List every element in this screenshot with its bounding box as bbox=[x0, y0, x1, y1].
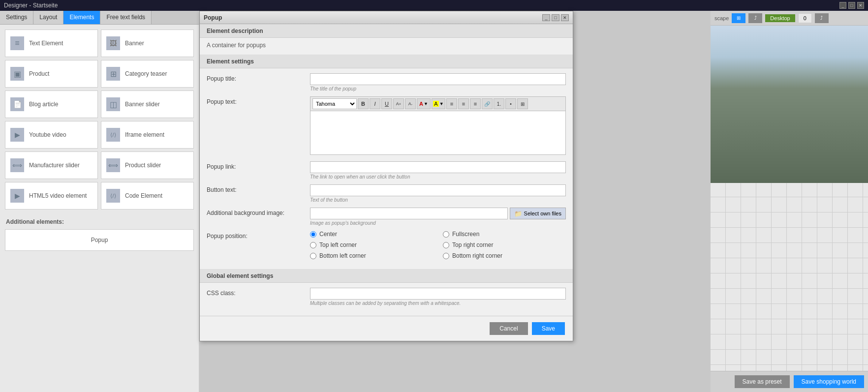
tab-free-text-fields[interactable]: Free text fields bbox=[100, 11, 152, 24]
css-class-field: Multiple classes can be added by separat… bbox=[310, 288, 566, 306]
element-item-blog-article[interactable]: Blog article bbox=[5, 90, 98, 118]
popup-link-field: The link to open when an user click the … bbox=[310, 161, 566, 180]
radio-bottom-right-label: Bottom right corner bbox=[452, 252, 502, 259]
popup-title-input[interactable] bbox=[310, 73, 566, 85]
radio-fullscreen-label: Fullscreen bbox=[452, 231, 479, 238]
cancel-button[interactable]: Cancel bbox=[490, 322, 527, 335]
youtube-icon bbox=[10, 128, 24, 142]
radio-fullscreen: Fullscreen bbox=[443, 231, 566, 238]
rte-font-select[interactable]: Tahoma bbox=[312, 98, 357, 109]
minimize-btn[interactable]: _ bbox=[839, 2, 846, 9]
element-label: Blog article bbox=[29, 101, 58, 108]
radio-center-input[interactable] bbox=[310, 231, 316, 238]
rte-font-color-btn[interactable]: A ▼ bbox=[417, 98, 431, 109]
maximize-btn[interactable]: □ bbox=[848, 2, 855, 9]
view-toggle-2[interactable]: ⤴ bbox=[748, 13, 762, 23]
select-files-label: Select own files bbox=[524, 211, 561, 216]
rte-superscript-btn[interactable]: A+ bbox=[393, 98, 404, 109]
popup-close-btn[interactable]: ✕ bbox=[561, 14, 569, 21]
popup-body: Element description A container for popu… bbox=[200, 24, 573, 316]
popup-dialog-title: Popup bbox=[204, 14, 222, 21]
radio-center-label: Center bbox=[319, 231, 337, 238]
popup-maximize-btn[interactable]: □ bbox=[552, 14, 559, 21]
save-button[interactable]: Save bbox=[532, 322, 565, 335]
text-icon bbox=[10, 36, 24, 50]
counter-badge: 0 bbox=[798, 13, 812, 23]
popup-link-label: Popup link: bbox=[207, 161, 305, 170]
element-item-popup[interactable]: Popup bbox=[5, 229, 194, 251]
rte-ordered-list-btn[interactable]: 1. bbox=[494, 98, 504, 109]
bg-image-label: Additional background image: bbox=[207, 208, 305, 216]
radio-center: Center bbox=[310, 231, 433, 238]
css-class-input[interactable] bbox=[310, 288, 566, 300]
radio-top-right: Top right corner bbox=[443, 241, 566, 248]
rte-italic-btn[interactable]: I bbox=[370, 98, 380, 109]
tab-elements[interactable]: Elements bbox=[63, 11, 100, 24]
banner-icon bbox=[106, 36, 120, 50]
popup-link-input[interactable] bbox=[310, 161, 566, 173]
title-bar: Designer - Startseite _ □ ✕ bbox=[0, 0, 868, 11]
css-class-label: CSS class: bbox=[207, 288, 305, 297]
link-icon-2: ⤴ bbox=[820, 15, 823, 21]
product-icon bbox=[10, 67, 24, 81]
button-text-row: Button text: Text of the button bbox=[207, 184, 566, 203]
close-btn[interactable]: ✕ bbox=[857, 2, 864, 9]
element-item-product[interactable]: Product bbox=[5, 60, 98, 88]
link-btn-2[interactable]: ⤴ bbox=[815, 13, 829, 23]
bottom-buttons: Save as preset Save shopping world bbox=[711, 371, 868, 392]
bg-image-input[interactable] bbox=[310, 208, 508, 219]
save-shopping-world-button[interactable]: Save shopping world bbox=[794, 375, 864, 388]
radio-top-left-input[interactable] bbox=[310, 242, 316, 248]
tab-settings[interactable]: Settings bbox=[0, 11, 33, 24]
rte-align-right-btn[interactable]: ≡ bbox=[470, 98, 481, 109]
escape-label: scape bbox=[714, 15, 729, 21]
element-item-youtube-video[interactable]: Youtube video bbox=[5, 121, 98, 149]
rte-highlight-color-btn[interactable]: A ▼ bbox=[432, 98, 445, 109]
element-item-iframe-element[interactable]: Iframe element bbox=[101, 121, 194, 149]
element-item-banner-slider[interactable]: Banner slider bbox=[101, 90, 194, 118]
element-item-manufacturer-slider[interactable]: Manufacturer slider bbox=[5, 151, 98, 179]
select-own-files-button[interactable]: Select own files bbox=[510, 208, 566, 219]
element-label: Product bbox=[29, 70, 49, 77]
desktop-button[interactable]: Desktop bbox=[765, 14, 795, 22]
radio-fullscreen-input[interactable] bbox=[443, 231, 449, 238]
element-item-category-teaser[interactable]: Category teaser bbox=[101, 60, 194, 88]
element-item-product-slider[interactable]: Product slider bbox=[101, 151, 194, 179]
rte-align-left-btn[interactable]: ≡ bbox=[446, 98, 457, 109]
popup-text-label: Popup text: bbox=[207, 96, 305, 105]
rte-table-btn[interactable]: ⊞ bbox=[517, 98, 528, 109]
rte-toolbar: Tahoma B I U A+ A- A ▼ bbox=[310, 96, 566, 111]
radio-bottom-left-input[interactable] bbox=[310, 253, 316, 259]
title-bar-controls: _ □ ✕ bbox=[839, 2, 864, 9]
rte-unordered-list-btn[interactable]: • bbox=[505, 98, 516, 109]
mfr-icon bbox=[10, 158, 24, 172]
element-item-code-element[interactable]: Code Element bbox=[101, 182, 194, 210]
rte-bold-btn[interactable]: B bbox=[358, 98, 369, 109]
tab-layout[interactable]: Layout bbox=[33, 11, 63, 24]
popup-position-field: Center Fullscreen Top left corner bbox=[310, 231, 566, 259]
iframe-icon bbox=[106, 128, 120, 142]
button-text-input[interactable] bbox=[310, 184, 566, 196]
radio-top-right-input[interactable] bbox=[443, 242, 449, 248]
popup-element-label: Popup bbox=[91, 237, 108, 243]
folder-icon bbox=[514, 210, 522, 217]
element-item-banner[interactable]: Banner bbox=[101, 30, 194, 57]
popup-title-field: The title of the popup bbox=[310, 73, 566, 91]
rte-subscript-btn[interactable]: A- bbox=[405, 98, 416, 109]
view-toggle-1[interactable]: ⊞ bbox=[732, 13, 745, 23]
popup-title-label: Popup title: bbox=[207, 73, 305, 82]
element-label: Product slider bbox=[125, 162, 161, 169]
element-item-html5-video[interactable]: HTML5 video element bbox=[5, 182, 98, 210]
rte-underline-btn[interactable]: U bbox=[381, 98, 392, 109]
rte-textarea[interactable] bbox=[310, 111, 566, 155]
right-toolbar: scape ⊞ ⤴ Desktop 0 ⤴ bbox=[711, 11, 868, 26]
radio-bottom-right-input[interactable] bbox=[443, 253, 449, 259]
popup-position-label: Popup position: bbox=[207, 231, 305, 240]
save-as-preset-button[interactable]: Save as preset bbox=[735, 375, 790, 388]
element-label: Youtube video bbox=[29, 131, 66, 138]
element-label: Banner bbox=[125, 40, 144, 47]
popup-minimize-btn[interactable]: _ bbox=[542, 14, 550, 21]
rte-align-center-btn[interactable]: ≡ bbox=[458, 98, 469, 109]
rte-link-btn[interactable]: 🔗 bbox=[482, 98, 493, 109]
element-item-text-element[interactable]: Text Element bbox=[5, 30, 98, 57]
